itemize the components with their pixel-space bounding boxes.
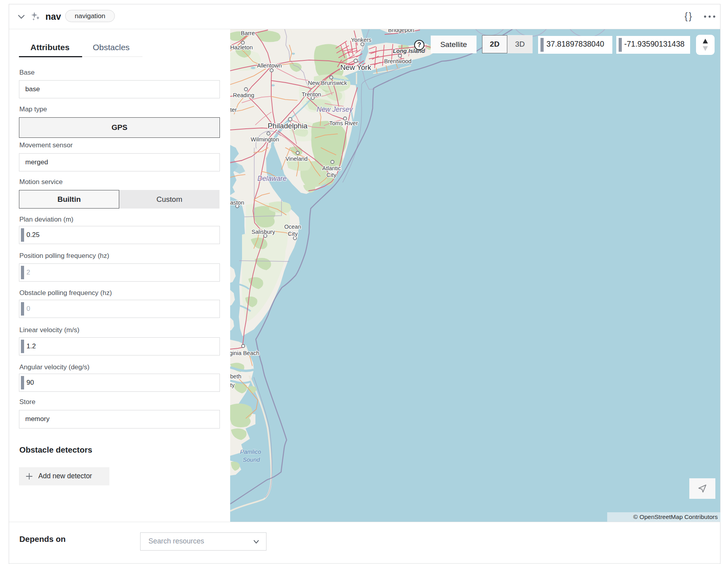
svg-text:Yonkers: Yonkers: [351, 37, 372, 43]
svg-text:ter: ter: [230, 107, 237, 113]
svg-text:Salisbury: Salisbury: [251, 229, 275, 235]
svg-text:Brentwood: Brentwood: [384, 58, 411, 64]
svg-text:Vineland: Vineland: [285, 156, 308, 162]
svg-text:New Jersey: New Jersey: [317, 105, 353, 113]
svg-text:Hazleton: Hazleton: [230, 44, 253, 51]
svg-text:Wilmington: Wilmington: [251, 136, 279, 143]
svg-text:ginia Beach: ginia Beach: [230, 350, 259, 356]
svg-text:Bridgeport: Bridgeport: [388, 29, 415, 33]
svg-text:New Brunswick: New Brunswick: [308, 80, 347, 86]
svg-text:aston: aston: [230, 199, 244, 206]
svg-text:Philadelphia: Philadelphia: [268, 122, 308, 130]
svg-text:Trenton: Trenton: [302, 91, 321, 98]
svg-text:Delaware: Delaware: [257, 175, 287, 182]
svg-text:Toms River: Toms River: [329, 120, 358, 126]
svg-text:ty: ty: [230, 382, 235, 388]
svg-text:City: City: [326, 172, 337, 178]
svg-text:Atlantic: Atlantic: [322, 165, 341, 171]
svg-text:New York: New York: [340, 63, 372, 71]
svg-text:Barre: Barre: [241, 30, 255, 36]
svg-text:City: City: [288, 231, 298, 237]
svg-text:Ocean: Ocean: [284, 224, 301, 230]
svg-text:Pamlico: Pamlico: [240, 448, 261, 455]
svg-text:beth: beth: [230, 373, 241, 380]
svg-text:Sound: Sound: [243, 456, 260, 463]
svg-text:Reading: Reading: [233, 92, 254, 98]
svg-text:Allentown: Allentown: [257, 62, 282, 69]
